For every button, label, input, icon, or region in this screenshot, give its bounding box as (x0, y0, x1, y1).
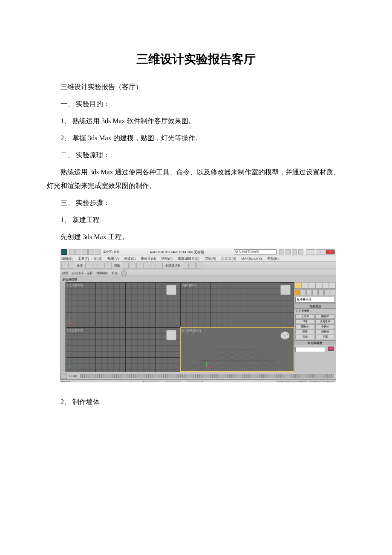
qat-undo-icon[interactable] (88, 249, 94, 255)
panel-tab-utilities-icon[interactable] (329, 282, 336, 289)
panel-tab-motion-icon[interactable] (315, 282, 322, 289)
play-icon[interactable] (288, 381, 294, 383)
nav-fov-icon[interactable] (322, 381, 328, 383)
panel-tab-modify-icon[interactable] (301, 282, 308, 289)
menu-edit[interactable]: 编辑(E) (61, 256, 73, 261)
viewcube-perspective-icon[interactable] (280, 330, 290, 341)
nav-pan-icon[interactable] (328, 381, 334, 383)
tool-snap-icon[interactable] (106, 263, 112, 269)
create-sphere-button[interactable]: 球体 (295, 319, 315, 324)
autogrid-checkbox[interactable]: ☐ 自动栅格 (294, 309, 336, 313)
object-color-swatch[interactable] (328, 347, 334, 351)
tool-schematic-icon[interactable] (150, 263, 156, 269)
panel-tab-display-icon[interactable] (322, 282, 329, 289)
ribbon-round-button[interactable] (121, 270, 127, 276)
ribbon-populate[interactable]: 填充 (112, 271, 118, 275)
tool-align-icon[interactable] (130, 263, 135, 269)
create-shapes-icon[interactable] (301, 289, 306, 295)
create-tube-button[interactable]: 管状体 (315, 324, 335, 329)
minimize-button[interactable]: — (306, 249, 315, 254)
viewcube-icon[interactable] (280, 285, 291, 295)
create-spacewarps-icon[interactable] (324, 289, 330, 295)
nav-zoom-icon[interactable] (309, 381, 315, 383)
menu-animation[interactable]: 动画(A) (161, 256, 173, 261)
ribbon-modeling[interactable]: 建模 (62, 271, 68, 275)
tool-link-icon[interactable] (68, 263, 74, 269)
viewcube-icon[interactable] (166, 330, 176, 340)
exchange-icon[interactable] (285, 249, 291, 254)
tool-layers-icon[interactable] (136, 263, 142, 269)
tool-render-frame-icon[interactable] (190, 263, 196, 269)
tool-render-setup-icon[interactable] (183, 263, 189, 269)
create-box-button[interactable]: 长方体 (295, 314, 315, 319)
autokey-button[interactable]: 自动关键点 (249, 382, 262, 382)
create-pyramid-button[interactable]: 四棱锥 (315, 330, 335, 334)
status-lock-selection-icon[interactable] (116, 381, 122, 383)
tool-select-icon[interactable] (61, 263, 67, 269)
time-slider[interactable] (80, 374, 334, 378)
menu-customize[interactable]: 自定义(U) (221, 256, 236, 261)
next-frame-icon[interactable] (295, 381, 301, 383)
create-helpers-icon[interactable] (318, 289, 324, 295)
create-cylinder-button[interactable]: 圆柱体 (295, 324, 315, 329)
menu-modifiers[interactable]: 修改器(M) (141, 256, 156, 261)
tool-move-icon[interactable] (85, 263, 91, 269)
qat-open-icon[interactable] (75, 249, 81, 255)
menu-grapheditors[interactable]: 图形编辑器(D) (178, 256, 199, 261)
tool-mirror-icon[interactable] (123, 263, 129, 269)
qat-redo-icon[interactable] (95, 249, 101, 255)
viewport-top[interactable]: [+][顶][线框] (66, 282, 180, 327)
ribbon-objectpaint[interactable]: 对象绘制 (96, 271, 108, 275)
panel-tab-create-icon[interactable] (294, 282, 301, 289)
create-cameras-icon[interactable] (312, 289, 318, 295)
coord-y-input[interactable] (165, 381, 181, 383)
goto-end-icon[interactable] (301, 381, 307, 383)
ribbon-selection[interactable]: 选择 (87, 271, 93, 275)
timeline-bar[interactable]: 0 / 100 (60, 372, 336, 379)
nav-zoomall-icon[interactable] (315, 381, 321, 383)
panel-tab-hierarchy-icon[interactable] (308, 282, 315, 289)
menu-group[interactable]: 组(G) (94, 256, 103, 261)
tool-rotate-icon[interactable] (92, 263, 98, 269)
create-torus-button[interactable]: 圆环 (295, 330, 315, 334)
object-name-input[interactable] (295, 347, 325, 352)
signin-icon[interactable] (279, 249, 284, 254)
status-iso-icon[interactable] (124, 381, 130, 383)
favorites-icon[interactable] (292, 249, 297, 254)
create-systems-icon[interactable] (330, 289, 335, 295)
primitive-type-dropdown[interactable]: 标准基本体 (295, 297, 335, 303)
create-cone-button[interactable]: 圆锥体 (315, 314, 335, 319)
help-search-input[interactable]: 键入关键字或短语 (234, 249, 277, 254)
coord-x-input[interactable] (143, 381, 159, 383)
create-geosphere-button[interactable]: 几何球体 (315, 319, 335, 324)
viewport-front[interactable]: [+][前][线框] (180, 282, 294, 327)
menu-maxscript[interactable]: MAXScript(X) (241, 257, 262, 260)
goto-start-icon[interactable] (276, 381, 282, 383)
create-teapot-button[interactable]: 茶壶 (295, 335, 315, 339)
qat-new-icon[interactable] (69, 249, 75, 255)
menu-rendering[interactable]: 渲染(R) (205, 256, 216, 261)
selected-dropdown[interactable]: 选定对象 (264, 382, 274, 382)
coord-z-input[interactable] (187, 381, 203, 383)
help-icon[interactable] (298, 249, 303, 254)
status-lock-icon[interactable] (61, 381, 70, 383)
viewport-perspective[interactable]: [+][透视][真实] (180, 327, 294, 372)
tool-scale-icon[interactable] (99, 263, 105, 269)
viewcube-icon[interactable] (166, 285, 176, 295)
close-button[interactable]: × (326, 249, 335, 254)
menu-view[interactable]: 视图(V) (107, 256, 119, 261)
create-plane-button[interactable]: 平面 (315, 335, 335, 339)
menu-create[interactable]: 创建(C) (124, 256, 135, 261)
timeline-toggle-icon[interactable] (61, 373, 66, 379)
tool-render-icon[interactable] (196, 263, 202, 269)
menu-tools[interactable]: 工具(T) (78, 256, 89, 261)
menu-help[interactable]: 帮助(H) (267, 256, 279, 261)
tool-curve-icon[interactable] (143, 263, 149, 269)
prev-frame-icon[interactable] (282, 381, 288, 383)
create-lights-icon[interactable] (306, 289, 312, 295)
qat-save-icon[interactable] (82, 249, 88, 255)
maximize-button[interactable]: □ (316, 249, 325, 254)
tool-material-icon[interactable] (157, 263, 163, 269)
ribbon-freeform[interactable]: 自由形式 (72, 271, 84, 275)
create-geometry-icon[interactable] (295, 289, 300, 295)
